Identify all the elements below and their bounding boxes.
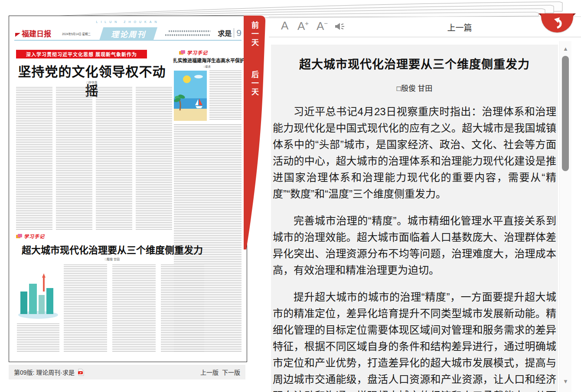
page-label: 第09版: 理论周刊·求是 — [14, 368, 75, 376]
article-title: 超大城市现代化治理要从三个维度侧重发力 — [273, 55, 556, 72]
page-bottom-bar: 第09版: 理论周刊·求是 上一版 下一版 — [9, 365, 245, 379]
divider — [234, 28, 234, 38]
prev-edition-link[interactable]: 上一版 — [200, 368, 219, 376]
text-column — [96, 87, 132, 231]
notebook-icon — [16, 234, 22, 239]
text-column — [161, 265, 204, 353]
text-column — [209, 71, 242, 121]
epaper-reader: LILUN ZHOUKAN 福建日报 2024年5月14日 星期二 理论周刊 求… — [0, 0, 581, 392]
toolbar-divider — [269, 37, 581, 37]
second-article-headline[interactable]: 超大城市现代化治理要从三个维度侧重发力 — [16, 242, 209, 256]
beach-illustration — [174, 71, 207, 121]
toolbar-top-rule — [269, 16, 581, 17]
masthead-logo: 福建日报 — [15, 28, 51, 39]
text-column — [112, 265, 156, 353]
scrollbar-thumb[interactable] — [562, 56, 569, 171]
notebook-icon — [179, 50, 185, 55]
back-arrow-icon — [549, 16, 565, 30]
right-article-headline[interactable]: 扎实推进福建海洋生态高水平保护 — [173, 57, 242, 64]
date-navigation-ribbon: 前一天 后一天 — [243, 16, 267, 252]
font-decrease-button[interactable]: A− — [317, 20, 328, 32]
ribbon-shape — [243, 16, 267, 252]
page-number: 9 — [236, 28, 242, 38]
text-column — [56, 87, 92, 231]
scroll-down-arrow[interactable]: ▼ — [560, 378, 571, 385]
pdf-icon[interactable] — [78, 369, 84, 376]
text-column — [64, 265, 107, 353]
article-paragraph: 提升超大城市的城市的治理“精度”，一方面要提升超大城市的精准定位，差异化培育提升… — [273, 289, 556, 392]
section-page-label: 求是 9 — [218, 28, 242, 38]
next-day-button[interactable]: 后一天 — [249, 71, 259, 97]
study-notes-badge: 学习手记 — [16, 233, 45, 240]
slogan-banner: 深入学习贯彻习近平文化思想 展现新气象新作为 — [16, 50, 147, 58]
prev-day-button[interactable]: 前一天 — [249, 21, 259, 47]
article-paragraph: 习近平总书记4月23日视察重庆时指出：治理体系和治理能力现代化是中国式现代化的应… — [273, 104, 556, 202]
scroll-up-arrow[interactable]: ▲ — [560, 45, 571, 52]
contact-info-line — [165, 34, 210, 36]
second-article-author: □殷俊 甘田 — [16, 257, 209, 261]
section-name: 求是 — [218, 28, 232, 38]
article-author: □殷俊 甘田 — [273, 82, 556, 93]
speaker-icon[interactable] — [335, 22, 345, 31]
newspaper-date: 2024年5月14日 星期二 — [62, 32, 91, 36]
font-reset-button[interactable]: A — [281, 20, 288, 31]
text-column — [16, 87, 52, 231]
scrollbar: ▲ ▼ — [559, 41, 571, 392]
weekly-banner: 理论周刊 — [99, 27, 157, 40]
flag-icon — [15, 33, 20, 37]
contact-info-line — [169, 30, 210, 32]
weekly-english-title: LILUN ZHOUKAN — [9, 20, 247, 23]
prev-article-button[interactable]: 上一篇 — [434, 21, 486, 33]
right-article-author: □蔡勇 — [173, 65, 242, 68]
back-button[interactable] — [541, 13, 573, 32]
text-column — [136, 87, 172, 231]
font-increase-button[interactable]: A+ — [297, 20, 309, 32]
next-edition-link[interactable]: 下一版 — [222, 368, 240, 376]
text-column — [17, 324, 59, 353]
study-notes-badge: 学习手记 — [179, 49, 208, 56]
city-illustration — [17, 265, 59, 320]
newspaper-page-thumbnail[interactable]: LILUN ZHOUKAN 福建日报 2024年5月14日 星期二 理论周刊 求… — [9, 16, 247, 362]
main-author: □许守尧 — [13, 80, 171, 84]
article-panel: 超大城市现代化治理要从三个维度侧重发力 □殷俊 甘田 习近平总书记4月23日视察… — [271, 45, 558, 392]
article-paragraph: 完善城市治理的“精度”。城市精细化管理水平直接关系到城市的治理效能。超大城市面临… — [273, 213, 556, 279]
